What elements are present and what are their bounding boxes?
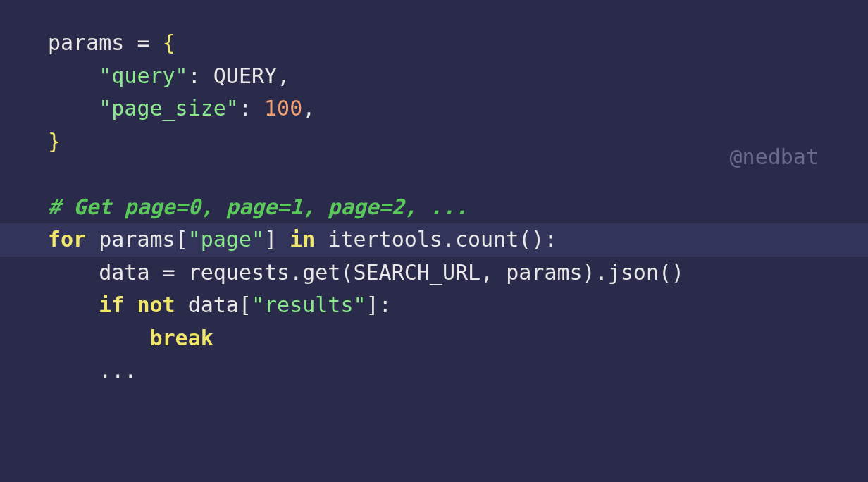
token-comma: , (277, 63, 290, 88)
token-brace: { (163, 30, 175, 55)
token-keyword-break: break (150, 326, 213, 350)
code-line-10: break (0, 322, 868, 355)
token-identifier: params (48, 30, 124, 55)
watermark-handle: @nedbat (730, 141, 819, 174)
code-line-1: params = { (0, 27, 868, 60)
token-space (124, 292, 137, 317)
token-space (175, 292, 188, 317)
token-colon: : (379, 292, 392, 317)
token-bracket: [ (175, 227, 188, 252)
token-string: "page" (188, 227, 264, 252)
token-comma: , (302, 96, 315, 121)
code-line-2: "query": QUERY, (0, 60, 868, 93)
token-indent (48, 358, 99, 383)
token-identifier: data (188, 292, 239, 317)
token-space (315, 227, 328, 252)
code-line-6: # Get page=0, page=1, page=2, ... (0, 191, 868, 224)
code-line-8: data = requests.get(SEARCH_URL, params).… (0, 257, 868, 290)
code-line-3: "page_size": 100, (0, 92, 868, 125)
token-comment: # Get page=0, page=1, page=2, ... (48, 194, 468, 219)
code-block: params = { "query": QUERY, "page_size": … (0, 27, 868, 388)
token-bracket: ] (264, 227, 277, 252)
token-identifier: params (99, 227, 175, 252)
token-string: "results" (252, 292, 366, 317)
token-brace: } (48, 129, 61, 154)
token-call: itertools.count(): (328, 227, 557, 252)
token-string: "query" (99, 63, 187, 88)
token-statement: data = requests.get(SEARCH_URL, params).… (99, 260, 684, 285)
token-string: "page_size" (99, 96, 239, 121)
token-identifier: QUERY (213, 63, 277, 88)
token-number: 100 (264, 96, 302, 121)
code-line-9: if not data["results"]: (0, 289, 868, 322)
token-keyword-in: in (290, 227, 315, 252)
token-keyword-for: for (48, 227, 86, 252)
token-indent (48, 326, 150, 350)
token-space (86, 227, 99, 252)
token-indent (48, 96, 99, 121)
token-operator: = (124, 30, 162, 55)
token-keyword-not: not (137, 292, 175, 317)
token-indent (48, 292, 99, 317)
token-bracket: ] (366, 292, 379, 317)
token-colon: : (239, 96, 264, 121)
token-blank (48, 161, 61, 186)
code-line-11: ... (0, 354, 868, 388)
token-ellipsis: ... (99, 358, 137, 383)
code-line-7-highlighted: for params["page"] in itertools.count(): (0, 223, 868, 257)
token-indent (48, 260, 99, 285)
token-indent (48, 63, 99, 88)
token-bracket: [ (239, 292, 252, 317)
token-space (277, 227, 290, 252)
token-keyword-if: if (99, 292, 124, 317)
token-colon: : (188, 63, 213, 88)
